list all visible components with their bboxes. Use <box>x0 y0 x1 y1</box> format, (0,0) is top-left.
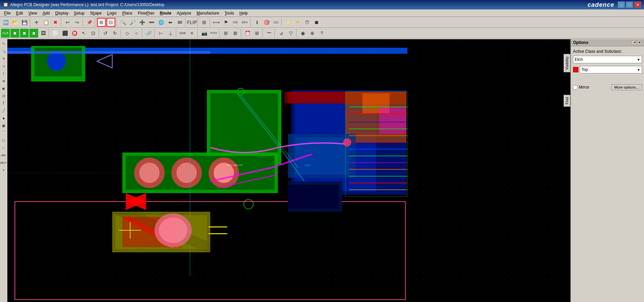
ls-poly[interactable]: ⬡ <box>0 137 7 144</box>
tb2-oval[interactable]: ○ <box>132 29 141 38</box>
tb2-hline[interactable]: ⊢ <box>157 29 165 38</box>
tb-timer[interactable]: ⏱ <box>303 18 311 27</box>
ls-route2[interactable]: ⌇ <box>0 70 7 77</box>
tb2-route[interactable]: 🔗 <box>144 29 153 38</box>
menu-display[interactable]: Display <box>52 10 71 16</box>
tb-zoom-prev[interactable]: ⬅ <box>166 18 175 27</box>
ls-move[interactable]: ✛ <box>0 55 7 62</box>
find-tab[interactable]: Find <box>564 95 570 107</box>
panel-pin-btn[interactable]: 📌 <box>632 40 637 45</box>
tb2-poly[interactable]: ◇ <box>123 29 132 38</box>
tb-info[interactable]: ℹ <box>253 18 261 27</box>
menu-flowplan[interactable]: FlowPlan <box>135 10 157 16</box>
panel-close-btn[interactable]: ✕ <box>637 40 642 45</box>
visibility-tab[interactable]: Visibility <box>564 54 570 72</box>
tb-copy[interactable]: 📋 <box>42 18 50 27</box>
tb2-circle[interactable]: ⭕ <box>70 29 79 38</box>
tb2-cam[interactable]: 📷 <box>200 29 209 38</box>
pcb-canvas[interactable]: XY1 MB1 F5 GND <box>7 39 570 302</box>
tb2-cursor[interactable]: ↖ <box>79 29 88 38</box>
tb2-clock[interactable]: ⏰ <box>243 29 252 38</box>
tb2-help[interactable]: ? <box>317 29 326 38</box>
menu-setup[interactable]: Setup <box>71 10 87 16</box>
tb2-undo[interactable]: ↺ <box>101 29 110 38</box>
tb2-diff2[interactable]: ▽ <box>286 29 295 38</box>
ls-select[interactable]: ↖ <box>0 40 7 47</box>
tb2-comp1[interactable]: ⊞ <box>221 29 230 38</box>
menu-shape[interactable]: Shape <box>87 10 104 16</box>
ls-pad[interactable]: ■ <box>0 115 7 121</box>
ls-arc[interactable]: ⌒ <box>0 130 7 136</box>
ls-route1[interactable]: ∿ <box>0 63 7 69</box>
ls-text[interactable]: T <box>0 100 7 107</box>
ls-abc1[interactable]: abc <box>0 152 7 159</box>
minimize-button[interactable]: ─ <box>618 1 625 8</box>
menu-analyze[interactable]: Analyze <box>174 10 194 16</box>
menu-add[interactable]: Add <box>40 10 52 16</box>
close-button[interactable]: ✕ <box>634 1 641 8</box>
tb-probe[interactable]: 🎯 <box>262 18 271 27</box>
tb2-vline[interactable]: ⊥ <box>166 29 175 38</box>
menu-edit[interactable]: Edit <box>13 10 26 16</box>
tb-ratsnest[interactable]: ⟼ <box>212 18 221 27</box>
ls-rat[interactable]: ⊡ <box>0 92 7 99</box>
tb2-diff1[interactable]: ⊿ <box>277 29 286 38</box>
tb2-wave[interactable]: 〜 <box>265 29 273 38</box>
tb2-comp2[interactable]: ⊠ <box>231 29 240 38</box>
subclass-color-swatch[interactable] <box>573 67 578 72</box>
ls-line[interactable]: ╱ <box>0 107 7 114</box>
menu-file[interactable]: File <box>1 10 13 16</box>
tb-open[interactable]: 📂 <box>10 18 19 27</box>
ls-dim[interactable]: ↔ <box>0 144 7 151</box>
tb-zoom-world[interactable]: 🌐 <box>157 18 165 27</box>
tb2-via1[interactable]: ◉ <box>299 29 307 38</box>
menu-tools[interactable]: Tools <box>222 10 237 16</box>
tb-move[interactable]: ✛ <box>32 18 41 27</box>
tb-undo[interactable]: ↩ <box>63 18 72 27</box>
tb-redo[interactable]: ↪ <box>73 18 81 27</box>
menu-route[interactable]: Route <box>157 10 174 16</box>
ls-zoom[interactable]: 🔍 <box>0 48 7 54</box>
ls-snap[interactable]: ⌖ <box>0 167 7 173</box>
tb2-select[interactable]: ⊡ <box>89 29 98 38</box>
tb-zoom-in[interactable]: 🔎 <box>128 18 137 27</box>
class-dropdown[interactable]: Etch ▼ <box>573 56 642 63</box>
tb-sun[interactable]: ☀ <box>293 18 302 27</box>
ls-copper[interactable]: ▣ <box>0 122 7 129</box>
tb-drc[interactable]: ⚑ <box>221 18 230 27</box>
tb-zoom-plus[interactable]: ➕ <box>138 18 146 27</box>
tb-grid-snap[interactable]: ⊞ <box>200 18 209 27</box>
tb-dfa[interactable]: DFA <box>240 18 249 27</box>
tb-delete[interactable]: ✖ <box>51 18 60 27</box>
tb2-redo2[interactable]: ↻ <box>111 29 119 38</box>
tb2-shape1[interactable]: ⬜ <box>51 29 60 38</box>
tb2-db[interactable]: ⊞ <box>188 29 196 38</box>
tb-zoom-minus[interactable]: ➖ <box>147 18 156 27</box>
tb2-ddb[interactable]: DDB <box>178 29 187 38</box>
tb-3d[interactable]: 3D <box>175 18 184 27</box>
mirror-checkbox[interactable] <box>573 85 577 90</box>
tb2-via2[interactable]: ⊕ <box>308 29 317 38</box>
menu-help[interactable]: Help <box>237 10 251 16</box>
tb-grid1[interactable]: ⊞ <box>97 18 106 27</box>
tb-grid2[interactable]: ⊟ <box>106 18 115 27</box>
menu-logic[interactable]: Logic <box>104 10 120 16</box>
tb2-shape2[interactable]: ⬛ <box>61 29 69 38</box>
subclass-dropdown[interactable]: Top ▼ <box>580 66 642 73</box>
ls-abc2[interactable]: abc+ <box>0 159 7 166</box>
tb-stop[interactable]: ⏹ <box>312 18 321 27</box>
tb2-green2[interactable]: ■ <box>20 29 29 38</box>
tb-zoom-fit[interactable]: 🔍 <box>119 18 127 27</box>
tb2-color[interactable]: CLR <box>1 29 10 38</box>
menu-view[interactable]: View <box>26 10 40 16</box>
menu-manufacture[interactable]: Manufacture <box>194 10 222 16</box>
tb2-green1[interactable]: ■ <box>10 29 19 38</box>
tb-highlight[interactable]: ★ <box>284 18 292 27</box>
tb2-green3[interactable]: ■ <box>29 29 38 38</box>
tb-new[interactable]: 🆕 <box>1 18 10 27</box>
tb2-matrix[interactable]: ⊞ <box>253 29 261 38</box>
tb2-r1r2[interactable]: R1R2 <box>209 29 218 38</box>
tb-save[interactable]: 💾 <box>20 18 29 27</box>
tb-cm[interactable]: CM <box>231 18 240 27</box>
menu-place[interactable]: Place <box>119 10 135 16</box>
